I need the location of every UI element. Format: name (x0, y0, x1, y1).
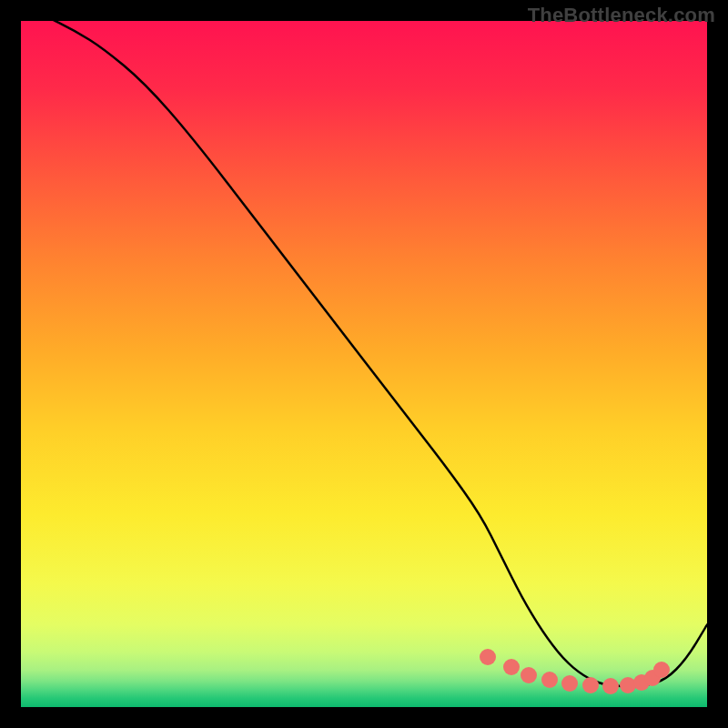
watermark-text: TheBottleneck.com (528, 4, 715, 27)
curve-line (21, 21, 707, 707)
marker-dot (480, 649, 496, 665)
marker-dot (521, 667, 537, 683)
plot-area (21, 21, 707, 707)
marker-dot (582, 677, 599, 693)
marker-dot (561, 675, 578, 692)
chart-frame: TheBottleneck.com (0, 0, 728, 728)
marker-dot (541, 672, 558, 688)
marker-dot (653, 662, 670, 678)
marker-dot (602, 678, 619, 694)
